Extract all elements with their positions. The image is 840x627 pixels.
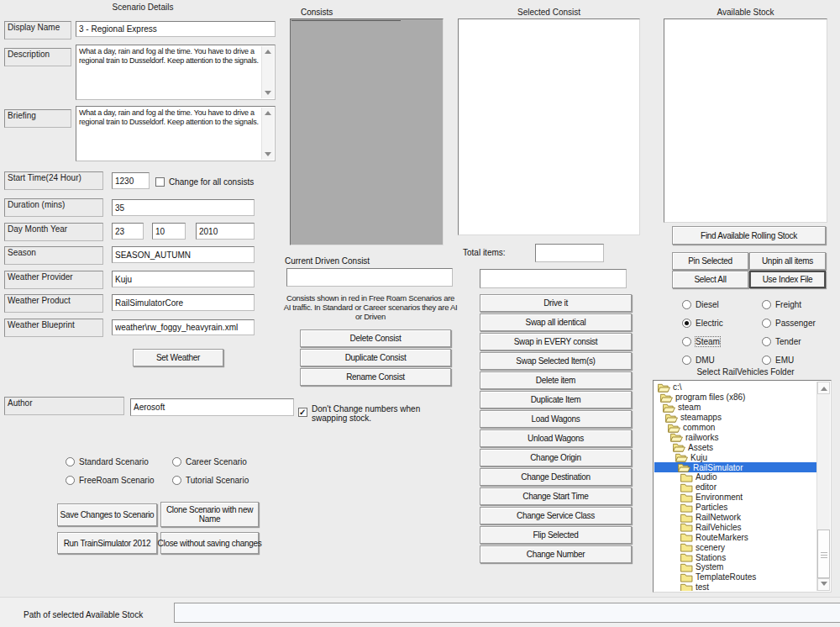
- consist-item-action-button[interactable]: Flip Selected: [480, 526, 632, 544]
- selected-consist-listbox[interactable]: [458, 18, 640, 235]
- year-input[interactable]: [196, 223, 255, 240]
- consist-action-button[interactable]: Delete Consist: [300, 329, 451, 347]
- consist-filter-input[interactable]: [480, 269, 627, 288]
- tree-item[interactable]: Audio: [654, 472, 817, 482]
- stock-type-radio[interactable]: Steam: [682, 332, 723, 350]
- tree-item[interactable]: System: [654, 562, 817, 572]
- consist-item-action-button[interactable]: Change Service Class: [480, 507, 632, 524]
- scroll-up-icon[interactable]: [265, 111, 271, 115]
- consist-item-action-button[interactable]: Drive it: [480, 294, 632, 312]
- railvehicles-folder-tree[interactable]: c:\ program files (x86) steam steamapps: [653, 380, 832, 593]
- display-name-input[interactable]: [76, 21, 276, 37]
- consist-item-action-button[interactable]: Unload Wagons: [480, 429, 632, 447]
- stock-type-radio[interactable]: Freight: [762, 295, 816, 314]
- tree-item[interactable]: steamapps: [654, 413, 817, 423]
- weather-provider-input[interactable]: [112, 271, 255, 287]
- consist-action-button[interactable]: Duplicate Consist: [300, 349, 451, 366]
- stock-type-radio[interactable]: DMU: [682, 350, 723, 369]
- total-items-input[interactable]: [535, 244, 604, 262]
- tree-item[interactable]: Environment: [654, 493, 817, 503]
- stock-type-radio[interactable]: Diesel: [682, 295, 723, 314]
- consist-item-action-button[interactable]: Swap all identical: [480, 314, 632, 331]
- clone-scenario-button[interactable]: Clone Scenario with new Name: [160, 502, 259, 527]
- tree-item[interactable]: railworks: [654, 432, 817, 442]
- scrollbar-thumb[interactable]: [817, 530, 830, 578]
- tree-item[interactable]: scenery: [654, 542, 817, 552]
- tree-item[interactable]: common: [654, 423, 817, 433]
- season-input[interactable]: [112, 246, 255, 263]
- day-input[interactable]: [112, 223, 144, 240]
- consist-item-action-button[interactable]: Delete item: [480, 371, 632, 389]
- tree-item[interactable]: Kuju: [654, 452, 817, 462]
- description-textarea[interactable]: What a day, rain and fog al the time. Yo…: [76, 45, 276, 100]
- save-changes-button[interactable]: Save Changes to Scenario: [57, 503, 157, 526]
- tree-item[interactable]: steam: [654, 403, 817, 413]
- tree-scrollbar[interactable]: [816, 382, 830, 591]
- folder-open-icon: [660, 393, 673, 403]
- consist-item-action-button[interactable]: Duplicate Item: [480, 391, 632, 408]
- consist-item-action-button[interactable]: Change Number: [480, 545, 632, 563]
- find-rolling-stock-button[interactable]: Find Available Rolling Stock: [672, 226, 826, 245]
- scroll-up-button[interactable]: [817, 382, 830, 394]
- current-driven-consist-input[interactable]: [286, 268, 453, 287]
- folder-closed-icon: [680, 503, 693, 513]
- author-input[interactable]: [130, 398, 294, 416]
- unpin-all-button[interactable]: Unpin all items: [749, 252, 826, 270]
- scenario-type-radio[interactable]: FreeRoam Scenario: [66, 471, 172, 489]
- scroll-down-button[interactable]: [817, 578, 830, 591]
- close-without-saving-button[interactable]: Close without saving changes: [160, 532, 259, 554]
- available-stock-listbox[interactable]: [664, 18, 827, 223]
- scroll-down-icon[interactable]: [265, 152, 271, 156]
- stock-type-radio[interactable]: EMU: [762, 350, 816, 369]
- stock-type-radio[interactable]: Passenger: [762, 314, 816, 332]
- select-all-button[interactable]: Select All: [672, 271, 748, 288]
- change-all-consists-checkbox[interactable]: ✓: [155, 177, 165, 187]
- consist-item-action-button[interactable]: Change Start Time: [480, 487, 632, 505]
- tree-item[interactable]: RailSimulator: [654, 462, 817, 472]
- stock-type-radio[interactable]: Tender: [762, 332, 816, 350]
- scenario-type-radio[interactable]: Career Scenario: [172, 452, 284, 471]
- consist-item-action-button[interactable]: Change Origin: [480, 449, 632, 466]
- tree-item[interactable]: test: [654, 582, 817, 591]
- tree-item[interactable]: program files (x86): [654, 393, 817, 403]
- tree-item[interactable]: RailVehicles: [654, 522, 817, 532]
- pin-selected-button[interactable]: Pin Selected: [672, 252, 748, 270]
- briefing-textarea[interactable]: What a day, rain and fog al the time. Yo…: [76, 106, 276, 161]
- scroll-up-icon[interactable]: [265, 50, 271, 54]
- consist-item-action-button[interactable]: Load Wagons: [480, 410, 632, 428]
- folder-open-icon: [678, 462, 690, 472]
- consist-item-action-button[interactable]: Swap Selected Item(s): [480, 352, 632, 370]
- consists-listbox[interactable]: [290, 18, 444, 245]
- weather-product-input[interactable]: [112, 294, 255, 311]
- weather-blueprint-input[interactable]: [112, 319, 255, 335]
- run-simulator-button[interactable]: Run TrainSimulator 2012: [57, 532, 157, 554]
- tree-item[interactable]: RouteMarkers: [654, 532, 817, 542]
- scenario-editor-window: { "scenario": { "title": "Scenario Detai…: [0, 0, 840, 627]
- consists-header-line: [291, 20, 401, 21]
- consist-buttons: Delete Consist Duplicate Consist Rename …: [300, 329, 451, 386]
- scenario-type-radio[interactable]: Standard Scenario: [66, 452, 172, 471]
- start-time-input[interactable]: [112, 172, 150, 189]
- tree-item[interactable]: c:\: [654, 382, 817, 393]
- scenario-type-radio[interactable]: Tutorial Scenario: [172, 471, 284, 489]
- tree-item[interactable]: Particles: [654, 503, 817, 513]
- briefing-scrollbar[interactable]: [261, 108, 274, 160]
- tree-item[interactable]: RailNetwork: [654, 513, 817, 523]
- consist-item-action-button[interactable]: Swap in EVERY consist: [480, 333, 632, 350]
- tree-item[interactable]: TemplateRoutes: [654, 572, 817, 582]
- consist-item-action-button[interactable]: Change Destination: [480, 468, 632, 486]
- description-scrollbar[interactable]: [261, 46, 274, 98]
- consists-title: Consists: [301, 8, 333, 17]
- consist-action-button[interactable]: Rename Consist: [300, 368, 451, 386]
- use-index-file-button[interactable]: Use Index File: [749, 271, 826, 288]
- dont-change-numbers-checkbox[interactable]: ✓: [298, 408, 307, 417]
- stock-type-radio[interactable]: Electric: [682, 314, 723, 332]
- tree-item[interactable]: editor: [654, 482, 817, 493]
- path-of-stock-field[interactable]: [174, 603, 840, 623]
- tree-item[interactable]: Assets: [654, 442, 817, 452]
- month-input[interactable]: [152, 223, 186, 240]
- set-weather-button[interactable]: Set Weather: [133, 349, 223, 366]
- duration-input[interactable]: [112, 199, 255, 216]
- tree-item[interactable]: Stations: [654, 552, 817, 562]
- scroll-down-icon[interactable]: [265, 91, 271, 95]
